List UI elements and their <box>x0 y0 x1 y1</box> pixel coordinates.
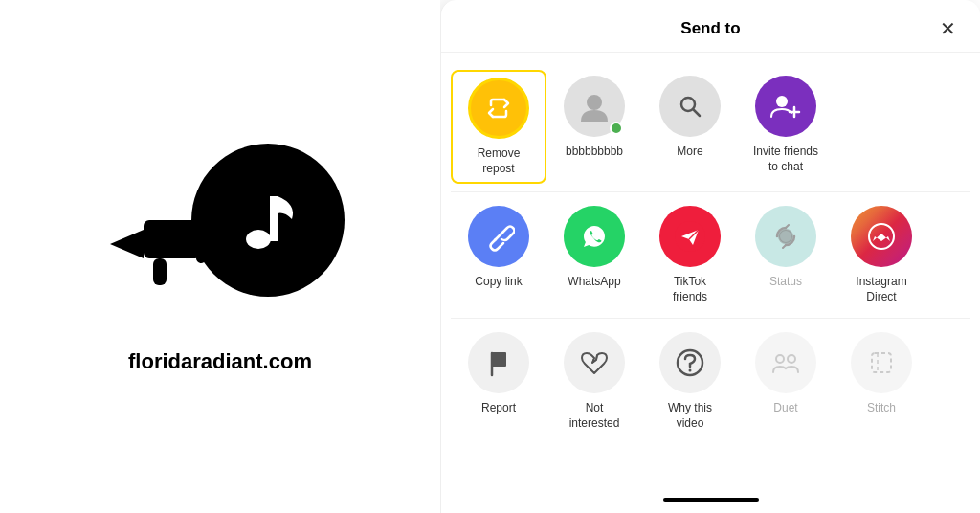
why-video-label: Why thisvideo <box>668 401 712 431</box>
share-item-report[interactable]: Report <box>451 326 546 422</box>
svg-rect-25 <box>872 353 891 372</box>
stitch-label: Stitch <box>867 401 896 416</box>
share-item-duet[interactable]: Duet <box>738 326 834 422</box>
user-avatar-icon <box>577 89 612 123</box>
more-label: More <box>677 145 702 160</box>
repost-icon <box>482 92 515 124</box>
share-item-user[interactable]: bbbbbbbbb <box>546 70 642 166</box>
svg-rect-1 <box>153 258 167 285</box>
link-icon <box>482 220 515 253</box>
svg-point-7 <box>776 96 788 107</box>
tiktok-circle <box>191 144 345 297</box>
share-item-why-video[interactable]: Why thisvideo <box>642 326 738 436</box>
share-item-more[interactable]: More <box>642 70 738 166</box>
duet-icon <box>770 347 801 378</box>
left-panel: floridaradiant.com <box>0 0 440 513</box>
invite-icon <box>769 90 802 123</box>
share-title: Send to <box>487 19 934 38</box>
bottom-bar <box>441 490 980 513</box>
share-row-1: Removerepost bbbbbbbbb <box>441 62 980 191</box>
share-item-remove-repost[interactable]: Removerepost <box>451 70 546 184</box>
flag-icon <box>484 348 513 377</box>
site-url: floridaradiant.com <box>128 349 312 374</box>
copy-link-label: Copy link <box>475 275 522 290</box>
not-interested-label: Notinterested <box>569 401 620 431</box>
share-content: Removerepost bbbbbbbbb <box>441 53 980 490</box>
share-item-whatsapp[interactable]: WhatsApp <box>546 200 642 296</box>
instagram-label: InstagramDirect <box>856 275 906 304</box>
share-item-not-interested[interactable]: Notinterested <box>546 326 642 436</box>
share-row-3: Report Notinterested <box>441 319 980 444</box>
svg-point-2 <box>246 230 271 249</box>
tiktok-note-icon <box>225 177 311 263</box>
whatsapp-icon <box>577 219 612 254</box>
share-header: Send to ✕ <box>441 0 980 53</box>
report-label: Report <box>481 401 516 416</box>
duet-label: Duet <box>773 401 797 416</box>
user-label: bbbbbbbbb <box>566 145 623 160</box>
share-item-instagram[interactable]: InstagramDirect <box>834 200 929 310</box>
share-item-status[interactable]: Status <box>738 200 834 296</box>
whatsapp-status-icon <box>769 220 802 253</box>
svg-point-24 <box>788 355 795 363</box>
broken-heart-icon <box>579 347 610 378</box>
svg-point-22 <box>689 369 692 372</box>
more-search-icon <box>676 92 704 121</box>
share-item-tiktok-friends[interactable]: TikTokfriends <box>642 200 738 310</box>
share-sheet: Send to ✕ Removerepost <box>440 0 980 513</box>
svg-line-6 <box>694 110 701 117</box>
svg-point-4 <box>587 95 602 110</box>
home-indicator <box>663 498 759 502</box>
stitch-icon <box>866 347 897 378</box>
share-item-copy-link[interactable]: Copy link <box>451 200 546 296</box>
svg-point-23 <box>776 355 784 363</box>
tiktok-logo-area <box>96 139 345 301</box>
share-item-invite[interactable]: Invite friendsto chat <box>738 70 834 180</box>
svg-rect-3 <box>270 196 278 241</box>
online-indicator <box>610 122 623 135</box>
tiktok-friends-label: TikTokfriends <box>673 275 707 304</box>
share-row-2: Copy link WhatsApp <box>441 192 980 318</box>
remove-repost-label: Removerepost <box>478 146 521 176</box>
tiktok-send-icon <box>674 220 706 253</box>
share-item-stitch[interactable]: Stitch <box>834 326 929 422</box>
status-label: Status <box>769 275 802 290</box>
svg-line-20 <box>596 355 597 360</box>
close-button[interactable]: ✕ <box>934 15 961 42</box>
question-icon <box>675 347 705 378</box>
invite-label: Invite friendsto chat <box>753 145 818 174</box>
instagram-icon <box>865 220 898 253</box>
whatsapp-label: WhatsApp <box>568 275 620 290</box>
